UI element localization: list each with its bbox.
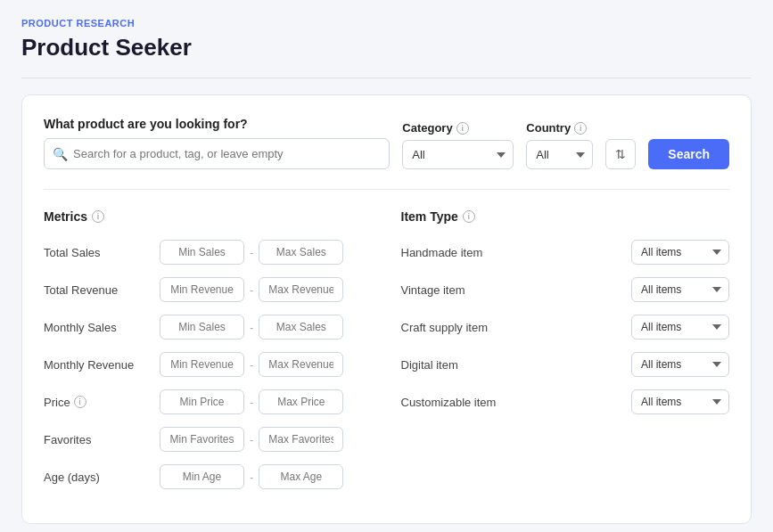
- metric-inputs-monthly-sales: -: [160, 315, 343, 340]
- item-type-panel: Item Type i Handmade item All items Yes …: [401, 209, 730, 502]
- age-max[interactable]: [259, 464, 343, 489]
- metrics-panel: Metrics i Total Sales - Total Revenue: [44, 209, 373, 502]
- total-revenue-max[interactable]: [259, 277, 343, 302]
- favorites-min[interactable]: [160, 427, 244, 452]
- metric-inputs-price: -: [160, 389, 343, 414]
- metric-inputs-favorites: -: [160, 427, 343, 452]
- favorites-max[interactable]: [259, 427, 343, 452]
- metric-label-price: Price i: [44, 396, 151, 409]
- metrics-heading: Metrics i: [44, 209, 373, 224]
- search-input[interactable]: [44, 138, 390, 169]
- monthly-revenue-max[interactable]: [259, 352, 343, 377]
- price-info-icon: i: [74, 396, 86, 408]
- craft-supply-select[interactable]: All items Yes No: [631, 315, 729, 340]
- metric-row-monthly-sales: Monthly Sales -: [44, 315, 373, 340]
- metric-row-total-revenue: Total Revenue -: [44, 277, 373, 302]
- breadcrumb: PRODUCT RESEARCH: [21, 18, 752, 29]
- filters-section: Metrics i Total Sales - Total Revenue: [44, 209, 729, 502]
- metric-row-price: Price i -: [44, 389, 373, 414]
- item-type-row-digital: Digital item All items Yes No: [401, 352, 730, 377]
- category-info-icon: i: [456, 122, 469, 135]
- country-filter-group: Country i All US UK CA AU DE: [526, 121, 593, 169]
- separator-monthly-revenue: -: [250, 358, 253, 372]
- page-title: Product Seeker: [21, 34, 752, 61]
- monthly-sales-min[interactable]: [160, 315, 244, 340]
- metric-row-total-sales: Total Sales -: [44, 240, 373, 265]
- item-type-heading: Item Type i: [401, 209, 730, 224]
- search-query-group: What product are you looking for? 🔍: [44, 117, 390, 169]
- monthly-revenue-min[interactable]: [160, 352, 244, 377]
- item-type-label-vintage: Vintage item: [401, 283, 465, 297]
- category-label: Category i: [402, 121, 514, 135]
- category-filter-group: Category i All Jewelry Clothing Home & L…: [402, 121, 514, 169]
- metric-inputs-monthly-revenue: -: [160, 352, 343, 377]
- item-type-label-digital: Digital item: [401, 358, 458, 372]
- search-label: What product are you looking for?: [44, 117, 390, 131]
- metric-inputs-age: -: [160, 464, 343, 489]
- metric-label-monthly-sales: Monthly Sales: [44, 321, 151, 334]
- separator-price: -: [250, 396, 253, 409]
- item-type-label-customizable: Customizable item: [401, 396, 497, 409]
- total-sales-max[interactable]: [259, 240, 343, 265]
- item-type-row-handmade: Handmade item All items Yes No: [401, 240, 730, 265]
- separator-age: -: [250, 471, 253, 484]
- metric-label-total-sales: Total Sales: [44, 246, 151, 259]
- price-max[interactable]: [259, 389, 343, 414]
- sort-button[interactable]: ⇅: [605, 139, 636, 169]
- age-min[interactable]: [160, 464, 244, 489]
- item-type-row-craft-supply: Craft supply item All items Yes No: [401, 315, 730, 340]
- separator-total-sales: -: [250, 246, 253, 259]
- main-card: What product are you looking for? 🔍 Cate…: [21, 94, 752, 524]
- metric-inputs-total-revenue: -: [160, 277, 343, 302]
- item-type-label-handmade: Handmade item: [401, 246, 483, 259]
- country-info-icon: i: [574, 122, 587, 135]
- metric-label-monthly-revenue: Monthly Revenue: [44, 358, 151, 372]
- customizable-select[interactable]: All items Yes No: [631, 389, 729, 414]
- handmade-select[interactable]: All items Yes No: [631, 240, 729, 265]
- separator-total-revenue: -: [250, 283, 253, 297]
- item-type-label-craft-supply: Craft supply item: [401, 321, 489, 334]
- metric-label-favorites: Favorites: [44, 433, 151, 446]
- monthly-sales-max[interactable]: [259, 315, 343, 340]
- total-revenue-min[interactable]: [160, 277, 244, 302]
- metric-inputs-total-sales: -: [160, 240, 343, 265]
- page-container: PRODUCT RESEARCH Product Seeker What pro…: [0, 0, 773, 532]
- country-label: Country i: [526, 121, 593, 135]
- vintage-select[interactable]: All items Yes No: [631, 277, 729, 302]
- metric-row-monthly-revenue: Monthly Revenue -: [44, 352, 373, 377]
- digital-select[interactable]: All items Yes No: [631, 352, 729, 377]
- item-type-row-vintage: Vintage item All items Yes No: [401, 277, 730, 302]
- item-type-row-customizable: Customizable item All items Yes No: [401, 389, 730, 414]
- metric-row-favorites: Favorites -: [44, 427, 373, 452]
- separator-monthly-sales: -: [250, 321, 253, 334]
- metric-label-age: Age (days): [44, 471, 151, 484]
- separator-favorites: -: [250, 433, 253, 446]
- category-select[interactable]: All Jewelry Clothing Home & Living Art C…: [402, 140, 514, 169]
- search-section: What product are you looking for? 🔍 Cate…: [44, 117, 729, 190]
- search-input-wrapper: 🔍: [44, 138, 390, 169]
- total-sales-min[interactable]: [160, 240, 244, 265]
- country-select[interactable]: All US UK CA AU DE: [526, 140, 593, 169]
- item-type-info-icon: i: [463, 210, 475, 223]
- sort-icon: ⇅: [615, 147, 626, 161]
- price-min[interactable]: [160, 389, 244, 414]
- search-button[interactable]: Search: [648, 139, 729, 169]
- metric-row-age: Age (days) -: [44, 464, 373, 489]
- search-icon: 🔍: [53, 147, 68, 161]
- header-divider: [21, 78, 752, 78]
- metrics-info-icon: i: [92, 210, 104, 223]
- metric-label-total-revenue: Total Revenue: [44, 283, 151, 297]
